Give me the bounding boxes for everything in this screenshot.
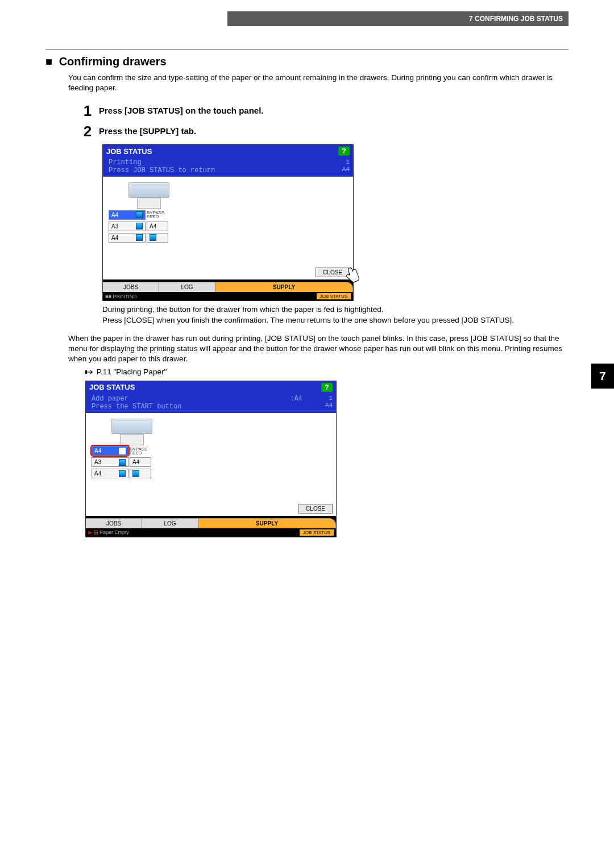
help-icon[interactable]: ? <box>321 383 333 392</box>
status-line-1: Add paper <box>92 395 181 403</box>
section-title-text: Confirming drawers <box>59 55 167 68</box>
paper-level-icon <box>150 234 156 241</box>
square-bullet-icon: ■ <box>45 55 52 68</box>
step-2: 2 Press the [SUPPLY] tab. <box>80 124 569 139</box>
lcf-level <box>130 469 151 478</box>
tab-supply[interactable]: SUPPLY <box>198 518 336 528</box>
job-status-button[interactable]: JOB STATUS <box>317 293 351 299</box>
touch-panel-screenshot-1: JOB STATUS ? Printing Press JOB STATUS t… <box>102 144 354 301</box>
tab-log[interactable]: LOG <box>142 518 198 528</box>
tab-jobs[interactable]: JOBS <box>86 518 142 528</box>
printer-illustration: A4 BYPASS FEED A3 A4 A4 <box>92 419 171 487</box>
bypass-feed-label: BYPASS FEED <box>130 447 147 455</box>
intro-text: You can confirm the size and type-settin… <box>68 73 569 93</box>
paper-level-icon <box>132 470 139 477</box>
warning-triangle-icon: ▶ <box>88 529 92 535</box>
count-indicator: 1 A4 <box>325 395 333 411</box>
step-1: 1 Press [JOB STATUS] on the touch panel. <box>80 103 569 118</box>
status-line-1: Printing <box>109 158 215 166</box>
drawer-3-button[interactable]: A4 <box>92 469 128 478</box>
panel-title: JOB STATUS <box>89 383 135 391</box>
top-rule <box>45 49 569 49</box>
section-title: ■ Confirming drawers <box>45 55 569 68</box>
tab-jobs[interactable]: JOBS <box>103 282 159 292</box>
step-number: 1 <box>80 103 96 118</box>
tab-log[interactable]: LOG <box>159 282 215 292</box>
svg-rect-0 <box>85 370 87 374</box>
drawer-1-button-empty[interactable]: A4 <box>92 446 128 456</box>
pointing-hand-icon <box>85 368 94 377</box>
status-line-2: Press the START button <box>92 403 181 411</box>
chapter-header: 7 CONFIRMING JOB STATUS <box>227 11 569 26</box>
tab-supply[interactable]: SUPPLY <box>215 282 353 292</box>
drawer-2-button[interactable]: A3 <box>109 222 146 231</box>
paper-level-icon <box>136 211 143 218</box>
help-icon[interactable]: ? <box>338 147 350 156</box>
close-button[interactable]: CLOSE <box>298 504 333 514</box>
step-number: 2 <box>80 124 96 139</box>
drawer-1-button[interactable]: A4 <box>109 210 146 220</box>
footer-status-text: ■■ PRINTING <box>105 294 137 299</box>
drawer-2-button[interactable]: A3 <box>92 457 128 467</box>
step-text: Press [JOB STATUS] on the touch panel. <box>96 103 263 115</box>
paper-empty-icon <box>119 448 126 454</box>
chapter-side-tab: 7 <box>591 364 614 389</box>
lcf-button[interactable]: A4 <box>147 222 168 231</box>
body-note: When the paper in the drawer has run out… <box>68 333 569 365</box>
panel-title: JOB STATUS <box>106 147 152 156</box>
lcf-button[interactable]: A4 <box>130 457 151 467</box>
paper-level-icon <box>119 459 126 466</box>
bypass-feed-label: BYPASS FEED <box>147 211 164 219</box>
paper-level-icon <box>136 234 143 241</box>
paper-size-indicator: :A4 <box>290 395 302 411</box>
job-status-button[interactable]: JOB STATUS <box>300 529 334 536</box>
lcf-level <box>147 233 168 243</box>
drawer-3-button[interactable]: A4 <box>109 233 146 243</box>
note-text: During printing, the button for the draw… <box>102 304 569 325</box>
footer-status-text: ▶ ⊟ Paper Empty <box>88 529 129 535</box>
paper-level-icon <box>119 470 126 477</box>
status-line-2: Press JOB STATUS to return <box>109 166 215 174</box>
paper-level-icon <box>136 223 143 229</box>
count-indicator: 1 A4 <box>342 158 350 174</box>
step-text: Press the [SUPPLY] tab. <box>96 124 196 136</box>
printer-illustration: A4 BYPASS FEED A3 A4 A4 <box>109 182 188 251</box>
page-reference: P.11 "Placing Paper" <box>85 367 569 377</box>
touch-panel-screenshot-2: JOB STATUS ? Add paper Press the START b… <box>85 381 337 537</box>
